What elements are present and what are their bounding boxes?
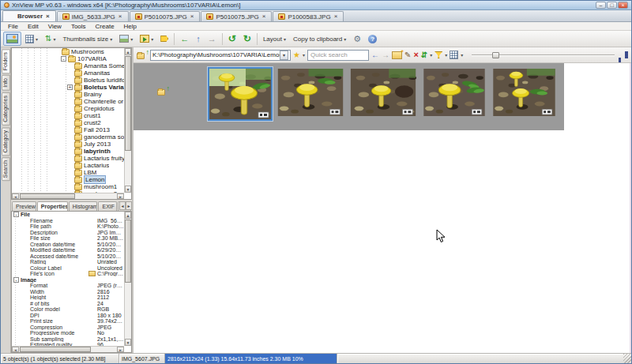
scroll-down-icon[interactable]: ▼: [125, 186, 131, 193]
thumbnail[interactable]: [209, 69, 271, 119]
folder-tree-item[interactable]: Chanterelle or Not: [12, 98, 124, 105]
folder-tree-item[interactable]: crust1: [12, 112, 124, 119]
section-expander[interactable]: -: [13, 212, 19, 217]
tab-close-icon[interactable]: ×: [190, 13, 195, 20]
scrollbar-thumb[interactable]: [20, 193, 75, 199]
info-panel-tab[interactable]: EXIF: [98, 201, 116, 211]
sort-order-icon[interactable]: ⇵: [421, 51, 427, 59]
folder-tree-item[interactable]: Mushrooms: [12, 48, 124, 55]
menu-item[interactable]: Tools: [67, 23, 90, 30]
rotate-right-button[interactable]: ↻: [240, 32, 254, 46]
chevron-down-icon[interactable]: ▾: [280, 51, 288, 60]
chevron-down-icon[interactable]: ▾: [461, 52, 463, 58]
tab-scroll-left-icon[interactable]: ◂: [119, 201, 126, 210]
browser-content[interactable]: ↑: [134, 63, 631, 353]
minimize-button[interactable]: –: [596, 2, 606, 9]
thumbnail[interactable]: [423, 69, 486, 116]
history-forward-icon[interactable]: →: [382, 51, 389, 60]
thumbnail-view-icon[interactable]: [450, 51, 458, 59]
folder-tree-item[interactable]: Amanita Something2: [12, 62, 124, 69]
new-folder-icon[interactable]: [392, 51, 402, 59]
info-panel-tab[interactable]: Properties: [37, 201, 68, 211]
help-button[interactable]: ?: [365, 32, 380, 46]
thumbnails-size-button[interactable]: Thumbnails size▾: [59, 32, 115, 46]
slideshow-button[interactable]: ▾: [137, 32, 156, 46]
tree-vertical-scrollbar[interactable]: ▲ ▼: [124, 48, 131, 193]
tab-close-icon[interactable]: ×: [45, 13, 51, 20]
forward-button[interactable]: →: [205, 32, 220, 46]
folder-tree-item[interactable]: Boletus luridiformis: [12, 77, 124, 84]
layout-button[interactable]: Layout▾: [260, 32, 289, 46]
scrollbar-thumb[interactable]: [20, 347, 91, 352]
back-button[interactable]: ←: [177, 32, 192, 46]
history-back-icon[interactable]: ←: [371, 51, 379, 60]
folder-tree-item[interactable]: ganoderma something: [12, 133, 124, 141]
properties-vertical-scrollbar[interactable]: ▲ ▼: [124, 212, 131, 346]
scroll-up-icon[interactable]: ▲: [125, 48, 131, 55]
copy-to-clipboard-button[interactable]: Copy to clipboard▾: [290, 32, 349, 46]
slider-handle[interactable]: [492, 52, 499, 58]
favorites-star-icon[interactable]: ★: [293, 51, 300, 59]
view-as-button[interactable]: ▾: [116, 32, 136, 46]
folder-tree-item[interactable]: Brainy: [12, 91, 124, 98]
thumbnail[interactable]: [277, 69, 344, 116]
menu-item[interactable]: View: [44, 23, 66, 30]
sidebar-tab[interactable]: Folders: [2, 49, 10, 73]
folder-tree-item[interactable]: LBM: [12, 169, 124, 176]
tab-scroll-right-icon[interactable]: ▸: [126, 201, 132, 210]
tree-expander[interactable]: +: [67, 84, 73, 90]
properties-horizontal-scrollbar[interactable]: ◂ ▸: [12, 346, 124, 352]
thumbnail[interactable]: [350, 69, 416, 116]
sidebar-tab[interactable]: Search: [2, 157, 10, 181]
folder-tree-item[interactable]: crust2: [12, 119, 124, 126]
rename-icon[interactable]: ✎: [404, 51, 411, 59]
chevron-down-icon[interactable]: ▾: [430, 52, 432, 58]
tab-close-icon[interactable]: ×: [333, 13, 339, 20]
folder-tree-item[interactable]: Lactarius fruity: [12, 155, 124, 162]
section-expander[interactable]: -: [13, 277, 19, 283]
folder-tree-item[interactable]: labyrinth: [12, 148, 124, 155]
document-tab[interactable]: IMG_5633.JPG ×: [57, 11, 129, 21]
document-tab[interactable]: Browser ×: [2, 10, 56, 21]
settings-button[interactable]: ⚙: [350, 32, 364, 46]
maximize-button[interactable]: □: [607, 2, 617, 9]
parent-folder-button[interactable]: ↑: [137, 51, 148, 59]
folder-tree-item[interactable]: - 107VARIA: [12, 55, 124, 62]
scroll-right-icon[interactable]: ▸: [117, 193, 124, 199]
info-panel-tab[interactable]: Preview: [12, 201, 36, 211]
menu-item[interactable]: Create: [92, 23, 118, 30]
sidebar-tab[interactable]: Category: [2, 127, 10, 156]
scroll-left-icon[interactable]: ◂: [12, 193, 19, 199]
tree-expander[interactable]: -: [61, 56, 66, 62]
scrollbar-thumb[interactable]: [125, 56, 131, 151]
folder-tree-item[interactable]: Lemon: [12, 176, 124, 183]
up-button[interactable]: ↑: [193, 32, 204, 46]
close-button[interactable]: ×: [618, 2, 628, 9]
thumbnail-size-slider[interactable]: [472, 51, 615, 60]
menu-item[interactable]: File: [4, 23, 22, 30]
filter-icon[interactable]: [434, 51, 442, 58]
size-preset-small-icon[interactable]: [619, 58, 621, 62]
folder-tree-item[interactable]: + Boletus Varia: [12, 84, 124, 91]
resize-grip[interactable]: [623, 354, 631, 363]
folder-tree-item[interactable]: Crepidotus: [12, 105, 124, 112]
folder-tree-item[interactable]: Lactarius: [12, 162, 124, 169]
sort-button[interactable]: ⇅▾: [42, 32, 58, 46]
thumbnail[interactable]: [492, 69, 556, 116]
sidebar-tab[interactable]: Categories: [2, 92, 10, 126]
view-mode-button[interactable]: ▾: [22, 32, 41, 46]
chevron-down-icon[interactable]: ▾: [445, 52, 447, 58]
menu-item[interactable]: Help: [120, 23, 141, 30]
scroll-up-icon[interactable]: ▲: [125, 212, 131, 219]
delete-icon[interactable]: ×: [413, 51, 418, 59]
browser-view-button[interactable]: [3, 32, 21, 46]
document-tab[interactable]: P5010075.JPG ×: [130, 11, 201, 21]
path-combobox[interactable]: K:\Photography\Mushrooms\107VARIA\Lemon …: [150, 50, 291, 61]
document-tab[interactable]: P1000583.JPG ×: [273, 11, 344, 21]
tag-button[interactable]: [157, 32, 171, 46]
tab-close-icon[interactable]: ×: [118, 13, 123, 20]
scrollbar-thumb[interactable]: [125, 220, 131, 283]
rotate-left-button[interactable]: ↺: [225, 32, 239, 46]
size-preset-large-icon[interactable]: [625, 51, 628, 58]
menu-item[interactable]: Edit: [24, 23, 43, 30]
